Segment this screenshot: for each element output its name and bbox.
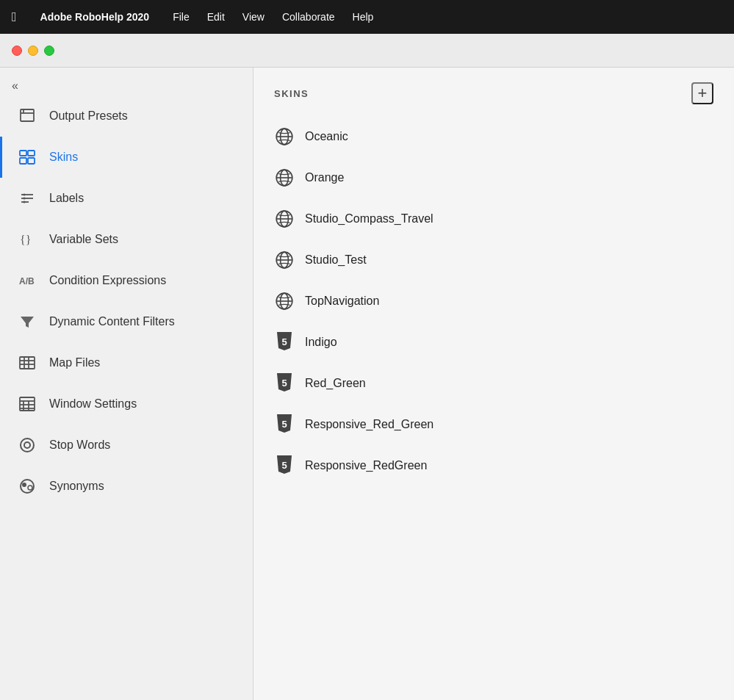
sidebar-item-variable-sets[interactable]: {} Variable Sets	[0, 219, 253, 260]
sidebar-item-dynamic-content-filters[interactable]: Dynamic Content Filters	[0, 301, 253, 342]
sidebar-label-dynamic-content-filters: Dynamic Content Filters	[49, 315, 175, 328]
sidebar-item-synonyms[interactable]: Synonyms	[0, 466, 253, 507]
skins-icon	[17, 147, 37, 167]
svg-text:5: 5	[281, 460, 287, 471]
html5-icon-responsive-redgreen: 5	[274, 455, 295, 476]
skin-label-responsive-red-green: Responsive_Red_Green	[305, 418, 433, 431]
sidebar-label-window-settings: Window Settings	[49, 397, 137, 411]
section-title: SKINS	[274, 88, 309, 99]
svg-text:A/B: A/B	[19, 276, 35, 286]
skin-label-indigo: Indigo	[305, 336, 337, 349]
synonyms-icon	[17, 476, 37, 497]
variable-sets-icon: {}	[17, 229, 37, 250]
menu-view[interactable]: View	[242, 11, 265, 23]
skin-label-responsive-redgreen: Responsive_RedGreen	[305, 459, 427, 472]
menu-edit[interactable]: Edit	[207, 11, 225, 23]
skin-label-top-navigation: TopNavigation	[305, 295, 379, 308]
main-layout: « Output Presets	[0, 68, 734, 700]
globe-icon-studio-compass-travel	[274, 209, 295, 229]
skin-item-orange[interactable]: Orange	[262, 157, 725, 198]
sidebar-label-labels: Labels	[49, 192, 84, 205]
sidebar-item-window-settings[interactable]: Window Settings	[0, 383, 253, 425]
svg-point-12	[24, 201, 26, 203]
close-button[interactable]	[12, 46, 22, 56]
dynamic-content-filters-icon	[17, 311, 37, 332]
sidebar-item-map-files[interactable]: Map Files	[0, 342, 253, 383]
skin-item-red-green[interactable]: 5 Red_Green	[262, 363, 725, 404]
svg-point-30	[28, 486, 32, 490]
apple-menu[interactable]: 	[12, 10, 17, 25]
sidebar-label-variable-sets: Variable Sets	[49, 233, 118, 246]
svg-text:5: 5	[281, 336, 287, 347]
sidebar-label-synonyms: Synonyms	[49, 480, 104, 493]
sidebar-item-skins[interactable]: Skins	[0, 137, 253, 178]
sidebar-item-output-presets[interactable]: Output Presets	[0, 95, 253, 137]
svg-text:5: 5	[281, 419, 287, 430]
collapse-icon: «	[12, 79, 18, 93]
globe-icon-studio-test	[274, 250, 295, 270]
skin-item-oceanic[interactable]: Oceanic	[262, 116, 725, 157]
sidebar-item-labels[interactable]: Labels	[0, 178, 253, 219]
svg-text:{}: {}	[20, 234, 31, 246]
globe-icon-orange	[274, 167, 295, 188]
svg-point-27	[24, 442, 30, 448]
svg-text:5: 5	[281, 378, 287, 389]
skin-item-responsive-red-green[interactable]: 5 Responsive_Red_Green	[262, 404, 725, 445]
content-header: SKINS +	[253, 68, 734, 116]
sidebar-label-map-files: Map Files	[49, 356, 100, 369]
svg-rect-4	[28, 151, 35, 156]
svg-point-26	[21, 439, 34, 452]
skin-label-orange: Orange	[305, 171, 344, 184]
sidebar-label-stop-words: Stop Words	[49, 439, 110, 452]
menu-file[interactable]: File	[173, 11, 190, 23]
stop-words-icon	[17, 435, 37, 455]
labels-icon	[17, 188, 37, 209]
svg-rect-5	[20, 158, 26, 164]
titlebar	[0, 34, 734, 68]
svg-rect-6	[28, 158, 35, 164]
window-settings-icon	[17, 394, 37, 414]
skin-item-studio-test[interactable]: Studio_Test	[262, 239, 725, 281]
app-name: Adobe RoboHelp 2020	[40, 11, 150, 23]
map-files-icon	[17, 353, 37, 373]
svg-rect-3	[20, 151, 26, 156]
sidebar-item-stop-words[interactable]: Stop Words	[0, 425, 253, 466]
sidebar-label-skins: Skins	[49, 151, 78, 164]
skin-item-indigo[interactable]: 5 Indigo	[262, 322, 725, 363]
collapse-sidebar-button[interactable]: «	[0, 73, 253, 95]
html5-icon-red-green: 5	[274, 373, 295, 394]
menu-help[interactable]: Help	[353, 11, 374, 23]
sidebar-label-output-presets: Output Presets	[49, 109, 128, 123]
output-presets-icon	[17, 106, 37, 126]
sidebar: « Output Presets	[0, 68, 253, 700]
globe-icon-top-navigation	[274, 291, 295, 311]
skin-item-studio-compass-travel[interactable]: Studio_Compass_Travel	[262, 198, 725, 239]
skin-list: Oceanic Orange	[253, 116, 734, 486]
menu-collaborate[interactable]: Collaborate	[282, 11, 335, 23]
maximize-button[interactable]	[44, 46, 54, 56]
svg-rect-0	[21, 109, 34, 121]
add-skin-button[interactable]: +	[691, 82, 713, 104]
skin-item-responsive-redgreen[interactable]: 5 Responsive_RedGreen	[262, 445, 725, 486]
skin-label-red-green: Red_Green	[305, 377, 366, 390]
content-area: SKINS + Oceanic	[253, 68, 734, 700]
svg-point-29	[22, 483, 26, 487]
skin-label-oceanic: Oceanic	[305, 130, 348, 143]
svg-point-10	[24, 194, 26, 196]
skin-label-studio-test: Studio_Test	[305, 253, 367, 267]
svg-rect-15	[20, 357, 35, 369]
sidebar-item-condition-expressions[interactable]: A/B Condition Expressions	[0, 260, 253, 301]
minimize-button[interactable]	[28, 46, 38, 56]
html5-icon-responsive-red-green: 5	[274, 414, 295, 435]
html5-icon-indigo: 5	[274, 332, 295, 353]
condition-expressions-icon: A/B	[17, 270, 37, 291]
skin-item-top-navigation[interactable]: TopNavigation	[262, 281, 725, 322]
globe-icon-oceanic	[274, 126, 295, 147]
menubar:  Adobe RoboHelp 2020 File Edit View Col…	[0, 0, 734, 34]
skin-label-studio-compass-travel: Studio_Compass_Travel	[305, 212, 433, 225]
svg-point-11	[24, 198, 26, 200]
sidebar-label-condition-expressions: Condition Expressions	[49, 274, 166, 287]
